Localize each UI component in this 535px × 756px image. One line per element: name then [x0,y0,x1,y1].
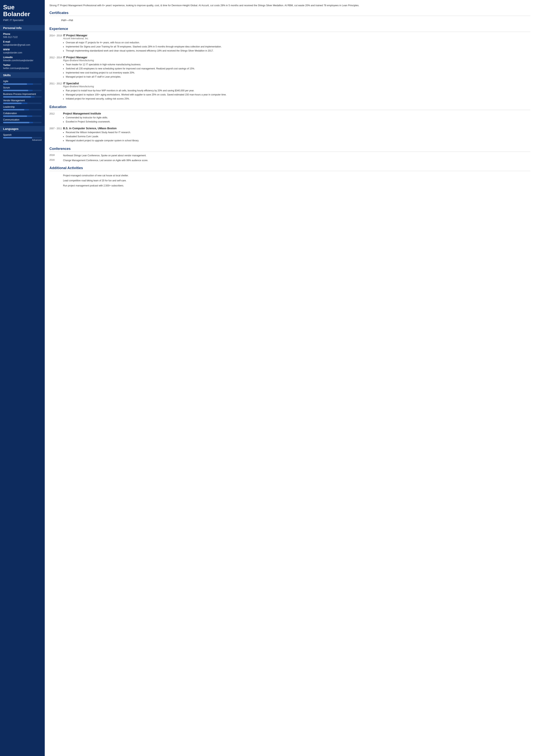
education-section: Education 2012Project Management Institu… [49,105,530,143]
education-bullets: Received the Wilson Independent Study Aw… [63,131,530,142]
skill-item: Collaboration [3,112,42,117]
education-date: 2012 [49,112,63,124]
skill-bar-accent [31,96,35,97]
experience-section: Experience 2014 - 2018IT Project Manager… [49,27,530,101]
certificates-list: PMP—PMI [49,18,530,23]
linkedin-label: LinkedIn [3,56,42,59]
activity-item: Project-managed construction of new cat … [49,173,530,178]
education-bullet: Received the Wilson Independent Study Aw… [66,131,530,134]
experience-item: 2012 - 2014IT Project ManagerRigas-Bratl… [49,56,530,79]
skill-bar-accent [22,103,27,104]
conferences-list: 2018Northeast Shingo Lean Conference, Sp… [49,154,530,162]
experience-date: 2012 - 2014 [49,56,63,79]
education-item: 2012Project Management InstituteCommende… [49,112,530,124]
education-date: 2007 - 2011 [49,127,63,143]
summary-text: Strong IT Project Management Professiona… [49,4,530,7]
main-content: Strong IT Project Management Professiona… [45,0,535,756]
skill-bar-fill [3,122,29,123]
languages-list: SpanishAdvanced [3,134,42,141]
languages-heading: Languages [0,126,45,132]
twitter-value: twitter.com/sueqbolander [3,67,42,69]
skill-bar-bg [3,83,42,85]
experience-date: 2014 - 2018 [49,34,63,53]
conference-year: 2016 [49,159,63,162]
skill-name: Leadership [3,106,42,108]
skill-bar-bg [3,116,42,117]
conference-year: 2018 [49,154,63,157]
activity-item: Run project management podcast with 2,50… [49,183,530,188]
skill-bar-accent [27,83,33,85]
experience-bullet: Through implementing standardized work a… [66,49,530,52]
skill-bar-accent [27,116,33,117]
skill-bar-fill [3,96,31,97]
conference-text: Northeast Shingo Lean Conference, Spoke … [63,154,530,157]
email-value: sueqbolander@gmail.com [3,43,42,46]
conferences-section: Conferences 2018Northeast Shingo Lean Co… [49,147,530,162]
language-item: SpanishAdvanced [3,134,42,141]
experience-bullet: Implemented new cost-tracking project to… [66,71,530,74]
skill-bar-fill [3,116,27,117]
experience-bullet: Initiated project for improved security,… [66,97,530,100]
skill-bar-fill [3,103,22,104]
phone-value: 508-312-7122 [3,36,42,39]
certificate-item: PMP—PMI [49,18,530,23]
candidate-name: Sue Bolander [3,4,42,17]
conference-item: 2018Northeast Shingo Lean Conference, Sp… [49,154,530,157]
skill-item: Leadership [3,106,42,110]
skill-bar-bg [3,90,42,91]
language-name: Spanish [3,134,42,136]
experience-title: IT Specialist [63,82,530,85]
language-level: Advanced [3,139,42,141]
experience-bullets: Team leader for 12 IT specialists in hig… [63,63,530,79]
education-bullet: Managed student project to upgrade compu… [66,139,530,142]
conference-item: 2016Change Management Conference, Led se… [49,159,530,162]
skill-item: Agile [3,80,42,85]
activities-heading: Additional Activities [49,166,530,171]
activities-section: Additional Activities Project-managed co… [49,166,530,188]
education-heading: Education [49,105,530,110]
experience-bullet: Team leader for 12 IT specialists in hig… [66,63,530,66]
experience-heading: Experience [49,27,530,32]
skills-heading: Skills [0,72,45,78]
phone-label: Phone [3,33,42,35]
certificates-section: Certificates PMP—PMI [49,11,530,23]
skill-name: Collaboration [3,112,42,115]
skill-name: Communication [3,119,42,121]
skill-name: Agile [3,80,42,83]
experience-company: Accurit International, Inc. [63,37,530,40]
www-label: WWW [3,48,42,51]
experience-title: IT Project Manager [63,34,530,37]
skill-item: Business Process Improvement [3,93,42,97]
skill-bar-accent [24,109,29,110]
experience-content: IT Project ManagerRigas-Bratland Manufac… [63,56,530,79]
skill-bar-fill [3,109,24,110]
skill-bar-bg [3,103,42,104]
experience-bullet: Managed project to train all IT staff in… [66,75,530,79]
conferences-heading: Conferences [49,147,530,152]
email-label: E-mail [3,40,42,43]
certificates-heading: Certificates [49,11,530,16]
experience-company: Rigas-Bratland Manufacturing [63,59,530,62]
skills-list: AgileScrumBusiness Process ImprovementVe… [3,80,42,123]
skill-bar-bg [3,96,42,97]
education-item: 2007 - 2011B.S. in Computer Science, UMa… [49,127,530,143]
skill-bar-accent [28,90,33,91]
skill-item: Communication [3,119,42,123]
linkedin-value: linkedin.com/in/sueqbolander [3,59,42,62]
education-list: 2012Project Management InstituteCommende… [49,112,530,143]
experience-bullet: Implemented Six Sigma and Lean Training … [66,45,530,48]
experience-company: Rigas-Bratland Manufacturing [63,85,530,88]
education-degree: B.S. in Computer Science, UMass Boston [63,127,530,130]
personal-info-heading: Personal Info [0,25,45,31]
skill-name: Scrum [3,86,42,89]
language-bar-fill [3,137,32,138]
education-bullet: Graduated Summa Cum Laude. [66,135,530,138]
experience-bullet: Oversaw all major IT projects for 4+ yea… [66,41,530,44]
experience-bullet: Ran project to install hour-by-hour WIP … [66,89,530,92]
skill-bar-accent [29,122,33,123]
education-content: Project Management InstituteCommended by… [63,112,530,124]
sidebar: Sue Bolander PMP, IT Specialist Personal… [0,0,45,756]
experience-bullet: Switched all 235 employees to new schedu… [66,67,530,70]
candidate-title: PMP, IT Specialist [3,19,42,22]
experience-date: 2011 - 2012 [49,82,63,101]
